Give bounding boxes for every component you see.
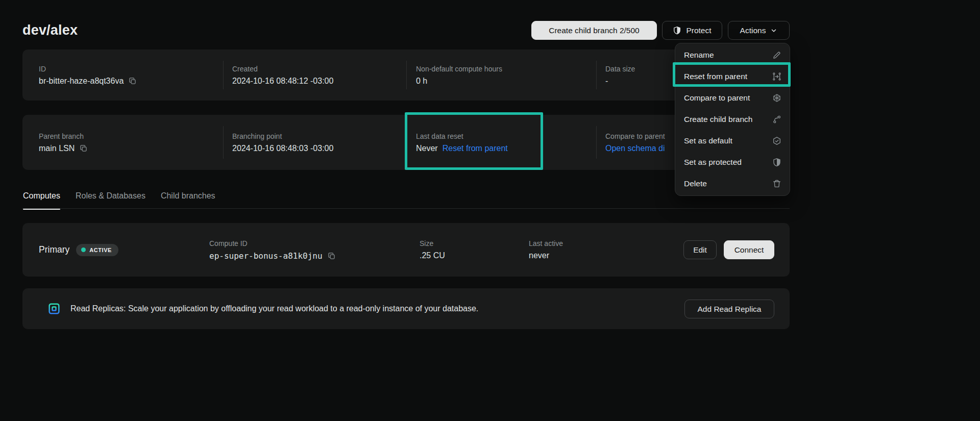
cell-label: Non-default compute hours [416,65,502,73]
compute-hours-cell: Non-default compute hours 0 h [416,49,502,101]
read-replicas-text: Read Replicas: Scale your application by… [70,304,478,313]
reset-from-parent-link[interactable]: Reset from parent [443,144,508,153]
size-group: Size .25 CU [420,223,445,277]
cell-label: Data size [605,65,635,73]
cell-label: Last active [529,239,563,247]
last-data-reset-cell: Last data reset Never Reset from parent [416,115,508,170]
compute-id-value: ep-super-bonus-a81k0jnu [209,251,323,261]
create-child-branch-button[interactable]: Create child branch 2/500 [531,21,657,40]
menu-item-label: Set as default [684,136,732,145]
cell-value: - [605,77,635,86]
divider [223,126,224,159]
connect-button[interactable]: Connect [724,240,774,259]
cell-value: main LSN [39,144,88,153]
menu-item-set-as-default[interactable]: Set as default [675,130,790,152]
cell-label: Last data reset [416,132,508,140]
cell-label: Size [420,239,445,247]
compute-name: Primary [39,244,69,255]
shield-icon [772,158,781,167]
status-badge-label: ACTIVE [89,247,112,253]
edit-label: Edit [693,245,707,255]
page-title: dev/alex [22,22,78,38]
reset-from-parent-icon [772,72,781,81]
menu-item-label: Rename [684,51,714,60]
cell-label: Compute ID [209,239,336,247]
divider [406,61,407,89]
cell-label: ID [39,65,137,73]
cell-value: never [529,251,563,260]
open-schema-diff-link[interactable]: Open schema di [605,144,665,153]
tab-child-branches[interactable]: Child branches [161,191,215,210]
cpu-chip-icon [46,301,62,317]
branch-id-value: br-bitter-haze-a8qt36va [39,77,124,86]
menu-item-compare-to-parent[interactable]: Compare to parent [675,87,790,109]
copy-icon[interactable] [128,77,137,85]
add-read-replica-label: Add Read Replica [698,305,762,314]
menu-item-label: Set as protected [684,158,742,167]
schema-diff-icon [772,93,781,103]
cell-label: Branching point [232,132,333,140]
cell-value: 2024-10-16 08:48:12 -03:00 [232,77,333,86]
actions-button[interactable]: Actions [728,21,790,40]
divider [596,126,597,159]
cell-label: Compare to parent [605,132,665,140]
menu-item-label: Create child branch [684,115,752,124]
menu-item-rename[interactable]: Rename [675,44,790,66]
cell-label: Created [232,65,333,73]
menu-item-delete[interactable]: Delete [675,173,790,194]
add-read-replica-button[interactable]: Add Read Replica [684,300,774,318]
menu-item-create-child-branch[interactable]: Create child branch [675,109,790,130]
tab-bar-divider [22,208,790,209]
cell-value: br-bitter-haze-a8qt36va [39,77,137,86]
connect-label: Connect [734,245,764,255]
copy-icon[interactable] [327,252,336,260]
pencil-icon [772,51,781,60]
id-cell: ID br-bitter-haze-a8qt36va [39,49,137,101]
last-active-group: Last active never [529,223,563,277]
cell-value: .25 CU [420,251,445,260]
read-replicas-info: Read Replicas: Scale your application by… [46,288,478,329]
tab-bar: Computes Roles & Databases Child branche… [23,191,215,210]
tab-computes[interactable]: Computes [23,191,60,210]
divider [596,61,597,89]
compare-to-parent-cell: Compare to parent Open schema di [605,115,665,170]
divider [406,126,407,159]
create-child-branch-label: Create child branch 2/500 [549,26,640,35]
shield-icon [673,26,681,35]
menu-item-label: Delete [684,179,707,188]
compute-name-group: Primary ACTIVE [39,223,118,277]
menu-item-set-as-protected[interactable]: Set as protected [675,152,790,173]
last-reset-value: Never [416,144,438,153]
parent-branch-cell: Parent branch main LSN [39,115,88,170]
protect-button[interactable]: Protect [662,21,722,40]
cell-value: Open schema di [605,144,665,153]
edit-button[interactable]: Edit [683,240,717,259]
menu-item-label: Compare to parent [684,93,750,103]
branching-point-cell: Branching point 2024-10-16 08:48:03 -03:… [232,115,333,170]
cell-label: Parent branch [39,132,88,140]
hexagon-check-icon [772,136,781,145]
compute-row: Primary ACTIVE Compute ID ep-super-bonus… [22,223,790,277]
protect-label: Protect [686,26,711,35]
git-branch-icon [772,115,781,124]
chevron-down-icon [770,27,777,34]
actions-dropdown-menu: Rename Reset from parent Compare to pare… [675,43,790,196]
menu-item-reset-from-parent[interactable]: Reset from parent [675,66,790,87]
trash-icon [772,179,781,188]
created-cell: Created 2024-10-16 08:48:12 -03:00 [232,49,333,101]
copy-icon[interactable] [79,144,88,153]
active-dot-icon [81,247,86,252]
menu-item-label: Reset from parent [684,72,747,81]
status-badge: ACTIVE [76,244,118,256]
cell-value: 2024-10-16 08:48:03 -03:00 [232,144,333,153]
parent-branch-value: main LSN [39,144,75,153]
data-size-cell: Data size - [605,49,635,101]
compute-id-group: Compute ID ep-super-bonus-a81k0jnu [209,223,336,277]
actions-label: Actions [740,26,766,35]
tab-roles-databases[interactable]: Roles & Databases [76,191,145,210]
divider [223,61,224,89]
read-replicas-row: Read Replicas: Scale your application by… [22,288,790,329]
cell-value: Never Reset from parent [416,144,508,153]
cell-value: 0 h [416,77,502,86]
cell-value: ep-super-bonus-a81k0jnu [209,251,336,261]
